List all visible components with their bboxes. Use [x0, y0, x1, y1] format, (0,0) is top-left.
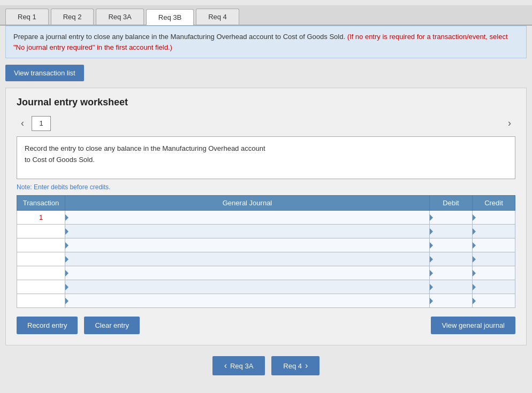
- credit-cell-5[interactable]: [473, 266, 515, 280]
- table-row: [17, 225, 515, 238]
- general-journal-cell-5[interactable]: [65, 266, 430, 280]
- debit-input-4[interactable]: [430, 252, 472, 266]
- debit-cell-4[interactable]: [430, 252, 473, 266]
- next-req-label: Req 4: [283, 362, 302, 370]
- credit-input-2[interactable]: [473, 225, 515, 238]
- credit-cell-3[interactable]: [473, 238, 515, 252]
- debit-input-3[interactable]: [430, 238, 472, 252]
- prev-req-button[interactable]: Req 3A: [212, 356, 265, 375]
- prev-req-label: Req 3A: [230, 362, 253, 370]
- next-req-button[interactable]: Req 4: [271, 356, 320, 375]
- transaction-cell-7: [17, 294, 65, 308]
- credit-input-7[interactable]: [473, 294, 515, 307]
- tab-req3b[interactable]: Req 3B: [146, 9, 194, 25]
- next-arrow-icon: [305, 361, 308, 371]
- journal-table: Transaction General Journal Debit Credit…: [17, 195, 515, 308]
- prev-page-button[interactable]: ‹: [17, 115, 28, 131]
- general-journal-cell-4[interactable]: [65, 252, 430, 266]
- col-header-credit: Credit: [473, 196, 515, 211]
- credit-cell-7[interactable]: [473, 294, 515, 308]
- credit-input-5[interactable]: [473, 266, 515, 280]
- view-transaction-button[interactable]: View transaction list: [5, 65, 84, 81]
- tab-req4[interactable]: Req 4: [196, 9, 239, 25]
- general-journal-input-6[interactable]: [65, 280, 429, 294]
- credit-input-1[interactable]: [473, 211, 515, 224]
- debit-cell-6[interactable]: [430, 280, 473, 294]
- general-journal-cell-6[interactable]: [65, 280, 430, 294]
- tab-req2[interactable]: Req 2: [51, 9, 94, 25]
- general-journal-input-3[interactable]: [65, 238, 429, 252]
- transaction-cell-6: [17, 280, 65, 294]
- credit-cell-6[interactable]: [473, 280, 515, 294]
- bottom-nav: Req 3A Req 4: [0, 356, 532, 386]
- debit-input-1[interactable]: [430, 211, 472, 224]
- debit-input-2[interactable]: [430, 225, 472, 238]
- general-journal-cell-3[interactable]: [65, 238, 430, 252]
- nav-row: ‹ 1 ›: [17, 115, 515, 131]
- general-journal-input-4[interactable]: [65, 252, 429, 266]
- credit-cell-1[interactable]: [473, 211, 515, 225]
- general-journal-input-7[interactable]: [65, 294, 429, 307]
- debit-input-5[interactable]: [430, 266, 472, 280]
- debit-input-7[interactable]: [430, 294, 472, 307]
- debit-cell-1[interactable]: [430, 211, 473, 225]
- worksheet-container: Journal entry worksheet ‹ 1 › Record the…: [5, 88, 527, 345]
- entry-description: Record the entry to close any balance in…: [17, 136, 515, 179]
- transaction-cell-4: [17, 252, 65, 266]
- general-journal-input-5[interactable]: [65, 266, 429, 280]
- table-row: [17, 252, 515, 266]
- note-text: Note: Enter debits before credits.: [17, 183, 515, 191]
- tabs-bar: Req 1 Req 2 Req 3A Req 3B Req 4: [0, 5, 532, 26]
- general-journal-cell-2[interactable]: [65, 225, 430, 238]
- table-row: [17, 280, 515, 294]
- col-header-transaction: Transaction: [17, 196, 65, 211]
- debit-cell-5[interactable]: [430, 266, 473, 280]
- prev-arrow-icon: [224, 361, 227, 371]
- table-row: [17, 294, 515, 308]
- general-journal-input-1[interactable]: [65, 211, 429, 224]
- bottom-buttons: Record entry Clear entry View general jo…: [17, 317, 515, 334]
- clear-entry-button[interactable]: Clear entry: [84, 317, 140, 334]
- debit-cell-7[interactable]: [430, 294, 473, 308]
- table-row: [17, 238, 515, 252]
- table-row: 1: [17, 211, 515, 225]
- general-journal-cell-1[interactable]: [65, 211, 430, 225]
- view-general-journal-button[interactable]: View general journal: [431, 317, 515, 334]
- debit-input-6[interactable]: [430, 280, 472, 294]
- credit-input-6[interactable]: [473, 280, 515, 294]
- page-number: 1: [32, 116, 51, 131]
- tab-req3a[interactable]: Req 3A: [96, 9, 143, 25]
- general-journal-input-2[interactable]: [65, 225, 429, 238]
- next-page-button[interactable]: ›: [504, 115, 515, 131]
- credit-input-4[interactable]: [473, 252, 515, 266]
- transaction-cell-1: 1: [17, 211, 65, 225]
- debit-cell-3[interactable]: [430, 238, 473, 252]
- entry-description-text: Record the entry to close any balance in…: [25, 144, 265, 164]
- instruction-main: Prepare a journal entry to close any bal…: [13, 33, 345, 41]
- instruction-box: Prepare a journal entry to close any bal…: [5, 26, 527, 58]
- transaction-cell-3: [17, 238, 65, 252]
- debit-cell-2[interactable]: [430, 225, 473, 238]
- credit-cell-2[interactable]: [473, 225, 515, 238]
- col-header-debit: Debit: [430, 196, 473, 211]
- col-header-general-journal: General Journal: [65, 196, 430, 211]
- credit-cell-4[interactable]: [473, 252, 515, 266]
- general-journal-cell-7[interactable]: [65, 294, 430, 308]
- tab-req1[interactable]: Req 1: [5, 9, 49, 25]
- worksheet-title: Journal entry worksheet: [17, 97, 515, 108]
- transaction-cell-5: [17, 266, 65, 280]
- transaction-cell-2: [17, 225, 65, 238]
- record-entry-button[interactable]: Record entry: [17, 317, 78, 334]
- credit-input-3[interactable]: [473, 238, 515, 252]
- table-row: [17, 266, 515, 280]
